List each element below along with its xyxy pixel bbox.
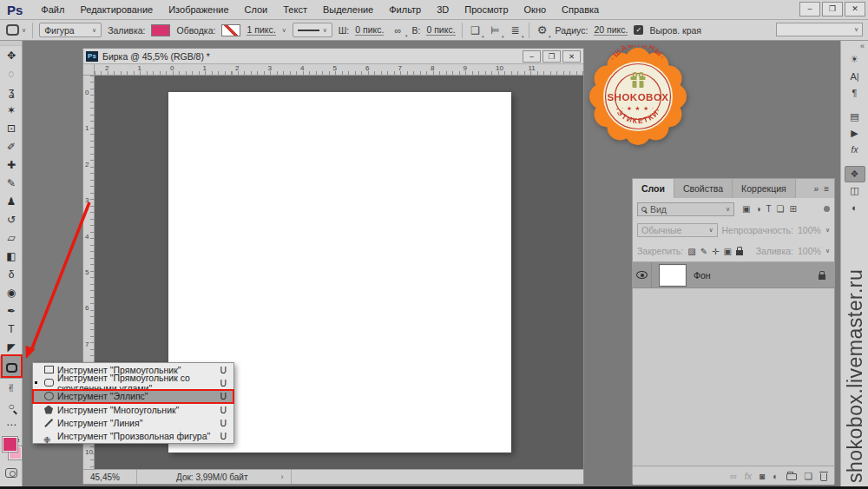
doc-close-button[interactable]: ✕: [562, 50, 581, 63]
status-options-icon[interactable]: ›: [281, 472, 284, 481]
chevron-down-icon[interactable]: ∨: [825, 227, 830, 234]
panel-more-icon[interactable]: »: [814, 184, 819, 194]
layer-visibility-toggle[interactable]: [633, 262, 652, 287]
character-panel-icon[interactable]: A|: [845, 68, 865, 84]
new-layer-icon[interactable]: ❏: [805, 471, 812, 481]
doc-maximize-button[interactable]: ❐: [542, 50, 561, 63]
menu-item[interactable]: 3D: [429, 0, 457, 20]
ruler-corner[interactable]: [83, 64, 95, 76]
quick-selection-tool[interactable]: ✶: [0, 101, 23, 119]
gear-icon[interactable]: ⚙: [536, 23, 549, 36]
crop-tool[interactable]: ⊡: [0, 119, 23, 137]
stroke-swatch[interactable]: [221, 24, 240, 36]
panel-menu-icon[interactable]: ≡: [824, 184, 829, 194]
flyout-menu-item[interactable]: Инструмент "Эллипс" U: [33, 390, 233, 403]
brush-presets-panel-icon[interactable]: ▤: [845, 109, 865, 125]
chevron-down-icon[interactable]: ∨: [282, 27, 286, 34]
filter-type-layers-icon[interactable]: T: [766, 204, 772, 214]
more-tools[interactable]: ⋯: [0, 415, 23, 433]
blur-tool[interactable]: δ: [0, 265, 23, 283]
marquee-tool[interactable]: ◌: [0, 64, 23, 83]
flyout-menu-item[interactable]: Инструмент "Прямоугольник со скругленным…: [33, 376, 233, 389]
clone-stamp-tool[interactable]: ♟: [0, 192, 23, 210]
path-selection-tool[interactable]: ◤: [0, 338, 23, 356]
flyout-menu-item[interactable]: Инструмент "Линия" U: [33, 416, 233, 429]
fill-swatch[interactable]: [151, 24, 170, 36]
flyout-menu-item[interactable]: Инструмент "Произвольная фигура" U: [33, 429, 233, 442]
menu-item[interactable]: Слои: [237, 0, 276, 20]
menu-item[interactable]: Текст: [275, 0, 315, 20]
doc-minimize-button[interactable]: –: [523, 50, 541, 63]
type-tool[interactable]: T: [0, 320, 23, 338]
lock-artboard-icon[interactable]: ▣: [723, 247, 731, 256]
pen-tool[interactable]: ✒: [0, 301, 23, 320]
layer-thumbnail[interactable]: [660, 265, 686, 286]
lock-transparency-icon[interactable]: ▨: [687, 247, 695, 256]
stroke-width-value[interactable]: 1 пикс.: [247, 24, 275, 36]
layers-panel-icon[interactable]: ❖: [845, 166, 865, 182]
menu-item[interactable]: Редактирование: [72, 0, 161, 20]
properties-panel-icon[interactable]: ☀: [845, 51, 865, 68]
minimize-button[interactable]: –: [799, 2, 820, 17]
filter-toggle[interactable]: [824, 206, 830, 212]
align-edges-checkbox[interactable]: ✓: [634, 25, 643, 35]
brush-tool[interactable]: ✎: [0, 174, 23, 192]
filter-adjustment-layers-icon[interactable]: ◑: [755, 204, 760, 214]
hand-tool[interactable]: ✌: [0, 379, 23, 397]
layer-row-background[interactable]: Фон: [633, 262, 834, 288]
filter-pixel-layers-icon[interactable]: ▣: [742, 204, 750, 214]
path-alignment-icon[interactable]: ⊨: [489, 24, 503, 36]
height-value[interactable]: 0 пикс.: [426, 24, 455, 36]
gradient-tool[interactable]: ◧: [0, 247, 23, 265]
foreground-color-swatch[interactable]: [3, 437, 17, 452]
adjustment-layer-icon[interactable]: ◐: [773, 471, 778, 481]
eyedropper-tool[interactable]: ✐: [0, 137, 23, 155]
workspace-select[interactable]: ∨: [776, 23, 863, 36]
zoom-tool[interactable]: ○: [0, 397, 23, 415]
history-brush-tool[interactable]: ↺: [0, 210, 23, 228]
quick-mask-button[interactable]: [5, 468, 17, 478]
lock-pixels-icon[interactable]: ✎: [700, 247, 707, 256]
new-group-icon[interactable]: [786, 473, 797, 480]
restore-button[interactable]: ❐: [822, 2, 843, 17]
menu-item[interactable]: Изображение: [161, 0, 236, 20]
lasso-tool[interactable]: ʓ: [0, 83, 23, 101]
zoom-level-field[interactable]: 45,45%: [83, 470, 137, 484]
eraser-tool[interactable]: ▱: [0, 228, 23, 247]
blend-mode-select[interactable]: Обычные ∨: [637, 223, 718, 237]
healing-brush-tool[interactable]: ✚: [0, 155, 23, 174]
menu-item[interactable]: Фильтр: [381, 0, 429, 20]
panel-tab[interactable]: Слои: [633, 179, 674, 198]
path-arrangement-icon[interactable]: ≣: [509, 24, 523, 36]
actions-panel-icon[interactable]: ▶: [845, 125, 865, 142]
adjustments-panel-icon[interactable]: ◐: [845, 199, 865, 215]
layer-filter-select[interactable]: Вид ∨: [637, 202, 734, 216]
link-layers-icon[interactable]: ∞: [730, 471, 737, 481]
add-layer-mask-icon[interactable]: ◙: [760, 471, 765, 481]
channels-panel-icon[interactable]: ◫: [845, 182, 865, 199]
current-tool-preview[interactable]: ∨: [6, 24, 26, 36]
panel-tab[interactable]: Свойства: [674, 179, 733, 198]
styles-panel-icon[interactable]: fx: [845, 142, 865, 158]
chevron-down-icon[interactable]: ∨: [825, 248, 830, 254]
layer-style-icon[interactable]: fx: [745, 471, 752, 481]
stroke-type-select[interactable]: ∨: [293, 23, 332, 37]
menu-item[interactable]: Выделение: [315, 0, 381, 20]
panel-tab[interactable]: Коррекция: [733, 179, 796, 198]
document-title-bar[interactable]: Ps Бирка @ 45,5% (RGB/8) * – ❐ ✕: [83, 49, 583, 64]
menu-item[interactable]: Просмотр: [457, 0, 516, 20]
opacity-value[interactable]: 100%: [798, 225, 821, 235]
dodge-tool[interactable]: ◉: [0, 283, 23, 301]
delete-layer-icon[interactable]: [820, 473, 827, 481]
menu-item[interactable]: Справка: [554, 0, 607, 20]
path-operations-icon[interactable]: ❑: [469, 24, 483, 36]
move-tool[interactable]: ✥: [0, 46, 23, 64]
flyout-menu-item[interactable]: Инструмент "Многоугольник" U: [33, 403, 233, 416]
filter-shape-layers-icon[interactable]: ❏: [777, 204, 785, 214]
width-value[interactable]: 0 пикс.: [355, 24, 384, 36]
panel-fill-value[interactable]: 100%: [798, 246, 821, 256]
link-dimensions-icon[interactable]: ∞: [390, 25, 405, 36]
layer-name[interactable]: Фон: [694, 270, 711, 281]
close-button[interactable]: ✕: [845, 2, 865, 17]
menu-item[interactable]: Файл: [33, 0, 72, 20]
